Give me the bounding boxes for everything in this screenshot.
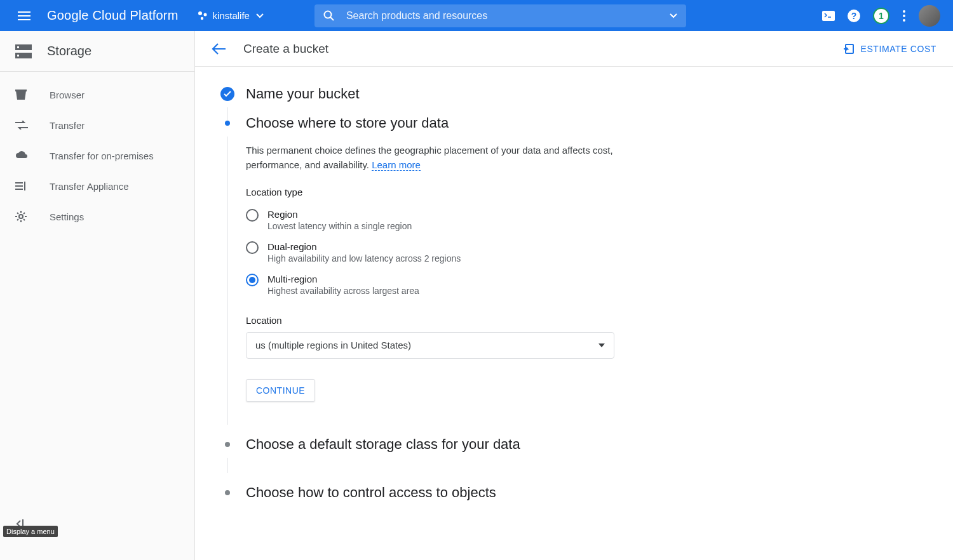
location-type-label: Location type <box>246 187 614 197</box>
chevron-down-icon[interactable] <box>670 13 677 18</box>
sidebar-title: Storage <box>47 44 91 58</box>
more-vert-icon[interactable] <box>902 10 906 22</box>
sidebar-header: Storage <box>0 31 194 72</box>
gcp-logo[interactable]: Google Cloud Platform <box>47 8 179 23</box>
project-icon <box>198 11 208 21</box>
svg-rect-12 <box>17 46 19 48</box>
page-title: Create a bucket <box>243 42 328 56</box>
step-location-title: Choose where to store your data <box>246 115 953 131</box>
project-name: kinstalife <box>213 10 250 21</box>
radio-multi-region[interactable]: Multi-region Highest availability across… <box>246 269 614 301</box>
search-icon <box>323 10 335 22</box>
step-access-title[interactable]: Choose how to control access to objects <box>246 484 953 501</box>
project-selector[interactable]: kinstalife <box>198 10 264 21</box>
appliance-icon <box>15 182 29 190</box>
chevron-down-icon <box>256 13 264 18</box>
learn-more-link[interactable]: Learn more <box>372 159 421 171</box>
chevron-down-icon <box>598 343 605 347</box>
continue-button[interactable]: CONTINUE <box>246 379 315 402</box>
radio-dual-region[interactable]: Dual-region High availability and low la… <box>246 236 614 269</box>
svg-rect-4 <box>822 11 835 21</box>
sidebar-item-label: Transfer <box>50 120 84 131</box>
sidebar-item-label: Transfer for on-premises <box>50 150 154 161</box>
radio-selected-icon <box>246 274 259 286</box>
bucket-icon <box>15 90 29 100</box>
gear-icon <box>15 211 29 222</box>
svg-point-8 <box>903 15 905 17</box>
search-input[interactable] <box>346 10 670 22</box>
user-avatar[interactable] <box>919 5 940 27</box>
storage-icon <box>15 44 32 58</box>
svg-point-1 <box>203 13 206 16</box>
sidebar-item-settings[interactable]: Settings <box>0 201 194 232</box>
sidebar-item-transfer-onprem[interactable]: Transfer for on-premises <box>0 140 194 171</box>
step-active-icon <box>225 121 230 126</box>
estimate-icon <box>844 43 855 55</box>
sidebar-item-label: Transfer Appliance <box>50 181 129 192</box>
step-complete-icon <box>220 87 234 101</box>
cloud-upload-icon <box>15 151 29 160</box>
sidebar-item-transfer-appliance[interactable]: Transfer Appliance <box>0 171 194 201</box>
sidebar-item-browser[interactable]: Browser <box>0 79 194 110</box>
sidebar-item-transfer[interactable]: Transfer <box>0 110 194 140</box>
step-location-desc: This permanent choice defines the geogra… <box>246 143 614 173</box>
transfer-icon <box>15 121 29 130</box>
svg-rect-13 <box>17 55 19 57</box>
menu-icon[interactable] <box>13 6 36 25</box>
svg-point-2 <box>200 17 203 19</box>
back-button[interactable] <box>212 43 226 55</box>
svg-point-9 <box>903 19 905 22</box>
svg-point-0 <box>198 11 202 15</box>
radio-icon <box>246 209 259 222</box>
step-storage-class-title[interactable]: Choose a default storage class for your … <box>246 436 953 453</box>
step-pending-icon <box>225 442 230 447</box>
sidebar-item-label: Settings <box>50 211 84 222</box>
svg-point-3 <box>324 11 331 18</box>
step-pending-icon <box>225 490 230 495</box>
estimate-cost-button[interactable]: ESTIMATE COST <box>844 43 936 55</box>
radio-icon <box>246 241 259 254</box>
notifications-badge[interactable]: 1 <box>873 8 889 24</box>
svg-point-7 <box>903 10 905 13</box>
location-select[interactable]: us (multiple regions in United States) <box>246 332 614 359</box>
step-name-title[interactable]: Name your bucket <box>246 86 953 102</box>
cloud-shell-icon[interactable] <box>822 11 835 21</box>
svg-point-15 <box>19 215 23 218</box>
svg-text:?: ? <box>851 11 857 21</box>
search-bar[interactable] <box>314 4 686 27</box>
radio-region[interactable]: Region Lowest latency within a single re… <box>246 204 614 236</box>
sidebar-tooltip: Display a menu <box>3 526 58 537</box>
help-icon[interactable]: ? <box>848 10 860 22</box>
svg-rect-14 <box>15 90 27 91</box>
sidebar-item-label: Browser <box>50 90 84 100</box>
location-label: Location <box>246 315 614 326</box>
